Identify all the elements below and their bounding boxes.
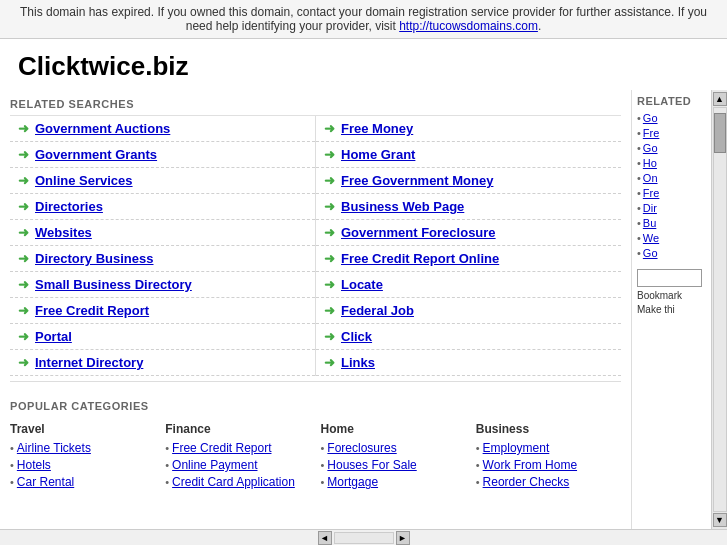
- sidebar-link-item: Fre: [637, 187, 706, 199]
- tucows-link[interactable]: http://tucowsdomains.com: [399, 19, 538, 33]
- left-link[interactable]: Directories: [35, 199, 103, 214]
- sidebar-link-item: Fre: [637, 127, 706, 139]
- popular-category-col: HomeForeclosuresHouses For SaleMortgage: [321, 422, 466, 491]
- sidebar-link-item: We: [637, 232, 706, 244]
- popular-link[interactable]: Credit Card Application: [172, 475, 295, 489]
- left-link[interactable]: Online Services: [35, 173, 133, 188]
- arrow-icon: ➜: [18, 303, 29, 318]
- left-link[interactable]: Small Business Directory: [35, 277, 192, 292]
- arrow-icon: ➜: [324, 199, 335, 214]
- page-title: Clicktwice.biz: [0, 39, 727, 90]
- left-link[interactable]: Government Grants: [35, 147, 157, 162]
- popular-col-title: Travel: [10, 422, 155, 436]
- popular-col-title: Business: [476, 422, 621, 436]
- right-link-row: ➜Business Web Page: [316, 194, 621, 220]
- related-searches-label: RELATED SEARCHES: [10, 90, 621, 115]
- right-link[interactable]: Locate: [341, 277, 383, 292]
- right-link[interactable]: Government Foreclosure: [341, 225, 496, 240]
- left-link[interactable]: Directory Business: [35, 251, 154, 266]
- sidebar-link[interactable]: We: [643, 232, 659, 244]
- sidebar-link[interactable]: Fre: [643, 187, 660, 199]
- vertical-scrollbar[interactable]: ▲ ▼: [711, 90, 727, 529]
- arrow-icon: ➜: [18, 173, 29, 188]
- right-link-row: ➜Locate: [316, 272, 621, 298]
- popular-link[interactable]: Work From Home: [483, 458, 577, 472]
- left-link-row: ➜Small Business Directory: [10, 272, 315, 298]
- popular-col-title: Home: [321, 422, 466, 436]
- left-link[interactable]: Free Credit Report: [35, 303, 149, 318]
- arrow-icon: ➜: [18, 147, 29, 162]
- arrow-icon: ➜: [18, 329, 29, 344]
- arrow-icon: ➜: [324, 355, 335, 370]
- popular-link-item: Employment: [476, 440, 621, 455]
- right-link-row: ➜Federal Job: [316, 298, 621, 324]
- scroll-left-button[interactable]: ◄: [318, 531, 332, 545]
- popular-link[interactable]: Airline Tickets: [17, 441, 91, 455]
- sidebar-link[interactable]: Go: [643, 247, 658, 259]
- left-link[interactable]: Portal: [35, 329, 72, 344]
- popular-link[interactable]: Reorder Checks: [483, 475, 570, 489]
- left-link-row: ➜Directory Business: [10, 246, 315, 272]
- right-link[interactable]: Free Credit Report Online: [341, 251, 499, 266]
- sidebar-link[interactable]: Go: [643, 142, 658, 154]
- popular-link-item: Reorder Checks: [476, 474, 621, 489]
- popular-link-item: Airline Tickets: [10, 440, 155, 455]
- top-notification-bar: This domain has expired. If you owned th…: [0, 0, 727, 39]
- sidebar-link-item: Go: [637, 247, 706, 259]
- right-link[interactable]: Federal Job: [341, 303, 414, 318]
- sidebar-link-item: On: [637, 172, 706, 184]
- sidebar-input[interactable]: [637, 269, 702, 287]
- popular-link-item: Houses For Sale: [321, 457, 466, 472]
- arrow-icon: ➜: [324, 329, 335, 344]
- notification-text: This domain has expired. If you owned th…: [20, 5, 707, 33]
- scroll-up-button[interactable]: ▲: [713, 92, 727, 106]
- sidebar-link-item: Go: [637, 142, 706, 154]
- right-link-row: ➜Click: [316, 324, 621, 350]
- sidebar-link[interactable]: On: [643, 172, 658, 184]
- bookmark-text: Bookmark: [637, 290, 706, 301]
- right-link[interactable]: Free Money: [341, 121, 413, 136]
- arrow-icon: ➜: [18, 225, 29, 240]
- right-link[interactable]: Click: [341, 329, 372, 344]
- sidebar-link[interactable]: Ho: [643, 157, 657, 169]
- left-link[interactable]: Internet Directory: [35, 355, 143, 370]
- sidebar-link[interactable]: Bu: [643, 217, 656, 229]
- left-link-row: ➜Free Credit Report: [10, 298, 315, 324]
- sidebar-link-item: Go: [637, 112, 706, 124]
- popular-link[interactable]: Free Credit Report: [172, 441, 271, 455]
- sidebar-link[interactable]: Fre: [643, 127, 660, 139]
- popular-link-item: Hotels: [10, 457, 155, 472]
- scroll-track[interactable]: [713, 107, 727, 512]
- left-link-row: ➜Directories: [10, 194, 315, 220]
- popular-link-item: Online Payment: [165, 457, 310, 472]
- popular-link[interactable]: Houses For Sale: [327, 458, 416, 472]
- scroll-right-button[interactable]: ►: [396, 531, 410, 545]
- sidebar-links-list: GoFreGoHoOnFreDirBuWeGo: [637, 112, 706, 259]
- scroll-down-button[interactable]: ▼: [713, 513, 727, 527]
- popular-link-item: Work From Home: [476, 457, 621, 472]
- popular-link[interactable]: Hotels: [17, 458, 51, 472]
- scroll-thumb[interactable]: [714, 113, 726, 153]
- left-link[interactable]: Government Auctions: [35, 121, 170, 136]
- right-links-col: ➜Free Money➜Home Grant➜Free Government M…: [316, 116, 621, 376]
- left-link[interactable]: Websites: [35, 225, 92, 240]
- sidebar-link[interactable]: Go: [643, 112, 658, 124]
- popular-link[interactable]: Car Rental: [17, 475, 74, 489]
- popular-link[interactable]: Foreclosures: [327, 441, 396, 455]
- right-link[interactable]: Business Web Page: [341, 199, 464, 214]
- popular-link[interactable]: Mortgage: [327, 475, 378, 489]
- sidebar-link[interactable]: Dir: [643, 202, 657, 214]
- main-content: RELATED SEARCHES ➜Government Auctions➜Go…: [0, 90, 631, 529]
- popular-categories-grid: TravelAirline TicketsHotelsCar RentalFin…: [10, 417, 621, 496]
- related-sidebar-label: RELATED: [637, 95, 706, 107]
- h-scroll-track[interactable]: [334, 532, 394, 544]
- popular-link[interactable]: Online Payment: [172, 458, 257, 472]
- popular-link-item: Credit Card Application: [165, 474, 310, 489]
- right-link[interactable]: Links: [341, 355, 375, 370]
- sidebar-link-item: Ho: [637, 157, 706, 169]
- horizontal-scrollbar[interactable]: ◄ ►: [0, 529, 727, 545]
- sidebar-bottom-box: Bookmark Make thi: [637, 269, 706, 315]
- popular-link[interactable]: Employment: [483, 441, 550, 455]
- right-link[interactable]: Home Grant: [341, 147, 415, 162]
- right-link[interactable]: Free Government Money: [341, 173, 493, 188]
